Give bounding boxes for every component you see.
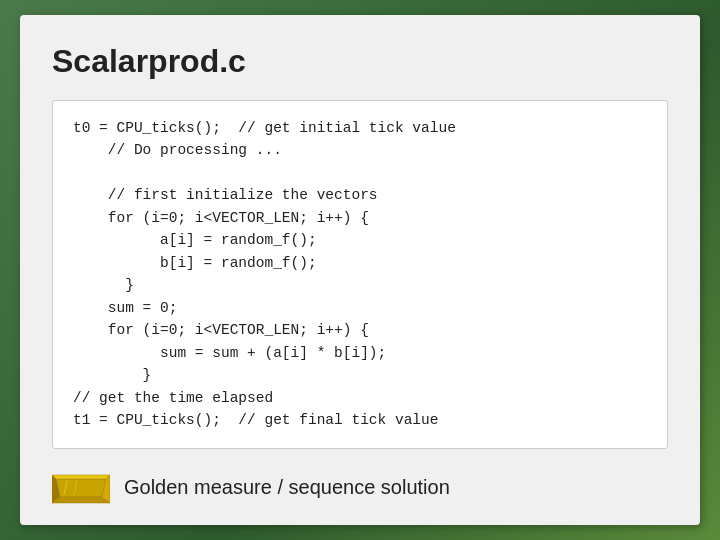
code-block: t0 = CPU_ticks(); // get initial tick va… (52, 100, 668, 449)
svg-marker-0 (56, 479, 106, 497)
svg-marker-2 (52, 497, 110, 503)
footer: Golden measure / sequence solution (52, 469, 668, 507)
slide: Scalarprod.c t0 = CPU_ticks(); // get in… (20, 15, 700, 525)
slide-title: Scalarprod.c (52, 43, 668, 80)
gold-bar-icon (52, 469, 110, 507)
svg-marker-1 (52, 475, 110, 479)
footer-label: Golden measure / sequence solution (124, 476, 450, 499)
